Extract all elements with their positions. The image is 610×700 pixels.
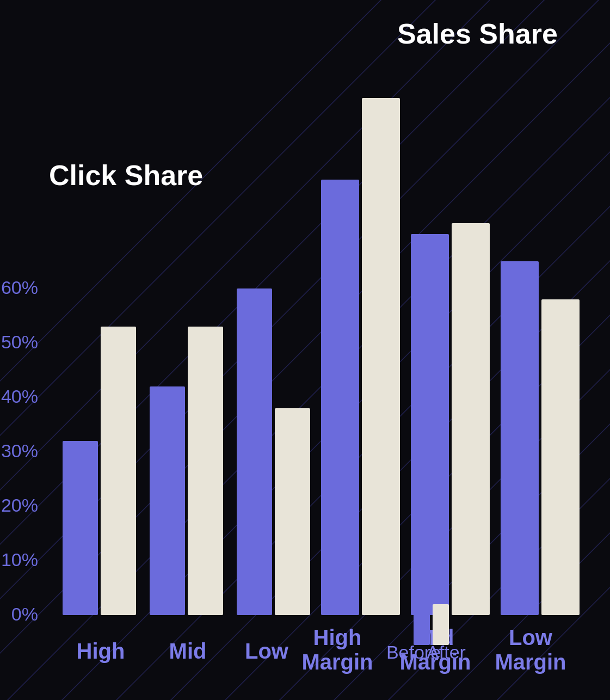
svg-text:30%: 30%: [1, 440, 38, 461]
legend-after-bar: [433, 604, 449, 645]
svg-text:0%: 0%: [11, 604, 38, 624]
chart-container: Sales Share Click Share 0% 10% 20% 30% 4…: [0, 0, 610, 700]
bar-mid-before: [150, 386, 185, 615]
label-high: High: [77, 639, 125, 663]
svg-text:10%: 10%: [1, 549, 38, 570]
bar-low-margin-after: [541, 299, 580, 615]
label-low-margin: Low: [509, 625, 553, 649]
bar-high-after: [101, 327, 136, 615]
bar-high-margin-before: [321, 180, 359, 615]
bar-low-margin-before: [501, 261, 539, 615]
label-low: Low: [245, 639, 289, 663]
svg-text:60%: 60%: [1, 277, 38, 298]
label-mid: Mid: [169, 639, 207, 663]
legend-after-label: After: [427, 642, 466, 662]
bar-mid-margin-before: [411, 234, 449, 615]
svg-text:50%: 50%: [1, 331, 38, 352]
label-high-margin: High: [313, 625, 362, 649]
bar-mid-margin-after: [452, 223, 490, 615]
svg-text:40%: 40%: [1, 386, 38, 407]
bar-low-after: [275, 408, 310, 615]
click-share-title: Click Share: [49, 159, 203, 191]
bar-low-before: [237, 288, 272, 615]
bar-high-before: [63, 441, 98, 615]
svg-text:20%: 20%: [1, 495, 38, 515]
label-high-margin2: Margin: [301, 650, 373, 674]
sales-share-title: Sales Share: [397, 18, 558, 50]
bar-mid-after: [188, 327, 223, 615]
chart-svg: Sales Share Click Share 0% 10% 20% 30% 4…: [0, 0, 610, 700]
legend-before-bar: [414, 596, 430, 645]
bar-high-margin-after: [362, 98, 400, 615]
label-low-margin2: Margin: [495, 650, 566, 674]
